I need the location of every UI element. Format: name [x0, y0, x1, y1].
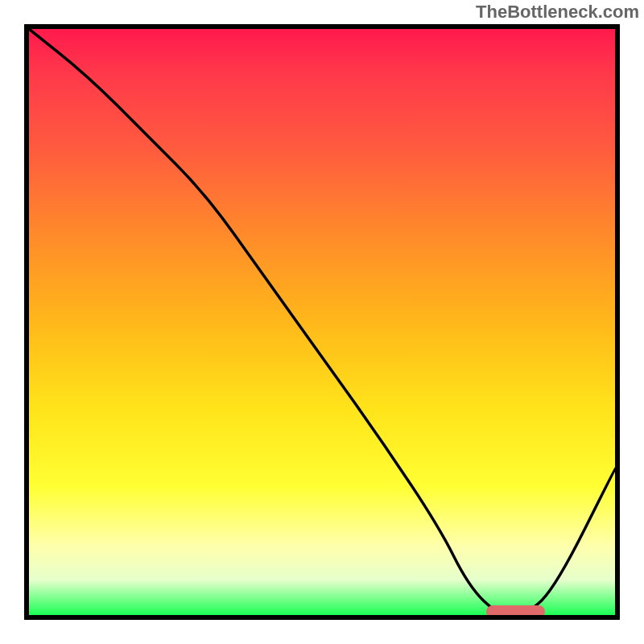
plot-area [24, 24, 620, 620]
chart-container: TheBottleneck.com [0, 0, 644, 644]
watermark-text: TheBottleneck.com [476, 2, 639, 23]
optimal-range-marker [486, 605, 545, 618]
gradient-background [29, 29, 615, 615]
